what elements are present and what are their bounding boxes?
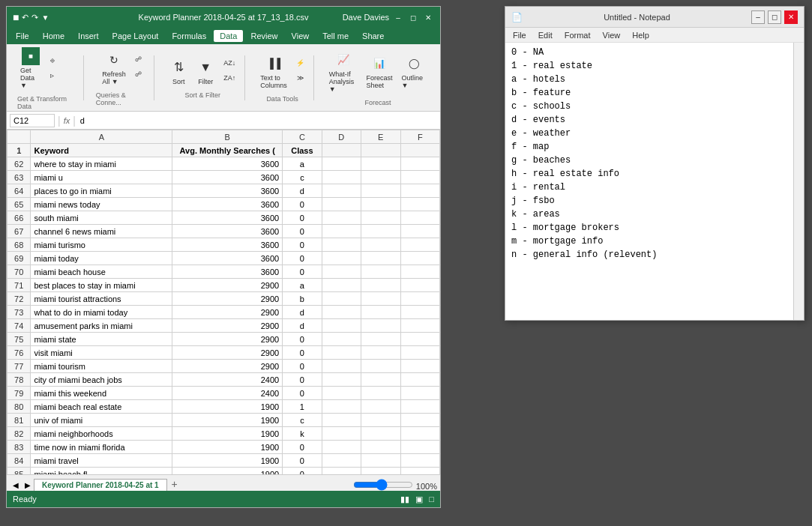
class-cell[interactable]: a bbox=[283, 279, 322, 292]
class-cell[interactable]: a bbox=[283, 157, 322, 171]
searches-cell[interactable]: 2900 bbox=[172, 360, 283, 373]
col-f-cell[interactable] bbox=[400, 184, 439, 198]
from-web-btn[interactable]: ▹ bbox=[47, 69, 77, 82]
keyword-cell[interactable]: miami tourist attractions bbox=[31, 292, 172, 306]
class-cell[interactable]: b bbox=[283, 292, 322, 306]
searches-cell[interactable]: 3600 bbox=[172, 198, 283, 211]
col-f-cell[interactable] bbox=[400, 306, 439, 319]
menu-insert[interactable]: Insert bbox=[72, 30, 105, 42]
class-cell[interactable]: 0 bbox=[283, 198, 322, 211]
col-d-cell[interactable] bbox=[322, 238, 361, 252]
sort-za-btn[interactable]: ZA↑ bbox=[220, 73, 238, 86]
searches-cell[interactable]: 3600 bbox=[172, 211, 283, 225]
class-cell[interactable]: 0 bbox=[283, 468, 322, 475]
col-e-cell[interactable] bbox=[361, 171, 400, 184]
searches-cell[interactable]: 2900 bbox=[172, 346, 283, 360]
notepad-minimize-btn[interactable]: – bbox=[751, 10, 765, 24]
searches-cell[interactable]: Avg. Monthly Searches ( bbox=[172, 144, 283, 157]
class-cell[interactable]: 0 bbox=[283, 387, 322, 400]
maximize-btn[interactable]: ◻ bbox=[407, 11, 419, 23]
col-e-cell[interactable] bbox=[361, 252, 400, 265]
col-f-cell[interactable] bbox=[400, 211, 439, 225]
keyword-cell[interactable]: miami beach fl bbox=[31, 468, 172, 475]
col-d-cell[interactable] bbox=[322, 346, 361, 360]
col-d-cell[interactable] bbox=[322, 400, 361, 414]
col-e-cell[interactable] bbox=[361, 211, 400, 225]
searches-cell[interactable]: 3600 bbox=[172, 252, 283, 265]
filter-btn[interactable]: ▼ Filter bbox=[193, 57, 217, 87]
col-f-cell[interactable] bbox=[400, 238, 439, 252]
col-f-cell[interactable] bbox=[400, 346, 439, 360]
searches-cell[interactable]: 1900 bbox=[172, 414, 283, 427]
keyword-cell[interactable]: visit miami bbox=[31, 346, 172, 360]
col-e-cell[interactable] bbox=[361, 292, 400, 306]
searches-cell[interactable]: 3600 bbox=[172, 184, 283, 198]
col-f-cell[interactable] bbox=[400, 441, 439, 454]
add-sheet-btn[interactable]: + bbox=[167, 477, 182, 491]
normal-view-icon[interactable]: ▮▮ bbox=[400, 495, 409, 504]
searches-cell[interactable]: 3600 bbox=[172, 238, 283, 252]
class-cell[interactable]: 0 bbox=[283, 225, 322, 238]
col-d-cell[interactable] bbox=[322, 171, 361, 184]
minimize-btn[interactable]: – bbox=[392, 11, 404, 23]
col-e-cell[interactable] bbox=[361, 157, 400, 171]
col-f-cell[interactable] bbox=[400, 360, 439, 373]
col-e-cell[interactable] bbox=[361, 225, 400, 238]
col-f-cell[interactable] bbox=[400, 144, 439, 157]
menu-share[interactable]: Share bbox=[356, 30, 390, 42]
col-e-cell[interactable] bbox=[361, 306, 400, 319]
searches-cell[interactable]: 2900 bbox=[172, 279, 283, 292]
col-e-cell[interactable] bbox=[361, 198, 400, 211]
class-cell[interactable]: k bbox=[283, 427, 322, 441]
menu-review[interactable]: Review bbox=[244, 30, 283, 42]
searches-cell[interactable]: 2900 bbox=[172, 319, 283, 333]
col-d-cell[interactable] bbox=[322, 360, 361, 373]
sort-az-btn[interactable]: AZ↓ bbox=[220, 58, 238, 71]
prev-sheet-btn[interactable]: ◀ bbox=[10, 480, 22, 491]
col-d-cell[interactable] bbox=[322, 144, 361, 157]
keyword-cell[interactable]: amusement parks in miami bbox=[31, 319, 172, 333]
keyword-cell[interactable]: miami today bbox=[31, 252, 172, 265]
menu-view[interactable]: View bbox=[286, 30, 316, 42]
keyword-cell[interactable]: where to stay in miami bbox=[31, 157, 172, 171]
col-d-cell[interactable] bbox=[322, 157, 361, 171]
class-cell[interactable]: 0 bbox=[283, 360, 322, 373]
searches-cell[interactable]: 1900 bbox=[172, 468, 283, 475]
col-f-cell[interactable] bbox=[400, 468, 439, 475]
sort-btn[interactable]: ⇅ Sort bbox=[166, 57, 190, 87]
text-to-columns-btn[interactable]: ▐▐ Text toColumns bbox=[257, 53, 290, 91]
keyword-cell[interactable]: places to go in miami bbox=[31, 184, 172, 198]
np-menu-view[interactable]: View bbox=[598, 30, 625, 40]
col-d-cell[interactable] bbox=[322, 225, 361, 238]
col-e-cell[interactable] bbox=[361, 414, 400, 427]
remove-dup-btn[interactable]: ≫ bbox=[293, 73, 307, 86]
col-f-cell[interactable] bbox=[400, 414, 439, 427]
np-menu-file[interactable]: File bbox=[508, 30, 531, 40]
col-d-cell[interactable] bbox=[322, 454, 361, 468]
page-layout-icon[interactable]: ▣ bbox=[415, 495, 423, 504]
searches-cell[interactable]: 3600 bbox=[172, 171, 283, 184]
keyword-cell[interactable]: channel 6 news miami bbox=[31, 225, 172, 238]
col-f-cell[interactable] bbox=[400, 333, 439, 346]
col-e-cell[interactable] bbox=[361, 454, 400, 468]
class-cell[interactable]: 0 bbox=[283, 333, 322, 346]
refresh-all-btn[interactable]: ↻ RefreshAll ▼ bbox=[99, 49, 129, 87]
searches-cell[interactable]: 1900 bbox=[172, 427, 283, 441]
searches-cell[interactable]: 2900 bbox=[172, 292, 283, 306]
col-a-header[interactable]: A bbox=[31, 130, 172, 144]
col-d-cell[interactable] bbox=[322, 427, 361, 441]
redo-btn[interactable]: ↷ bbox=[31, 13, 38, 22]
col-d-cell[interactable] bbox=[322, 319, 361, 333]
page-break-icon[interactable]: □ bbox=[429, 495, 434, 504]
class-cell[interactable]: 0 bbox=[283, 346, 322, 360]
keyword-cell[interactable]: best places to stay in miami bbox=[31, 279, 172, 292]
col-f-cell[interactable] bbox=[400, 225, 439, 238]
class-cell[interactable]: Class bbox=[283, 144, 322, 157]
get-data-btn[interactable]: ■ GetData ▼ bbox=[17, 46, 44, 91]
np-menu-help[interactable]: Help bbox=[628, 30, 654, 40]
searches-cell[interactable]: 2400 bbox=[172, 373, 283, 387]
outline-btn[interactable]: ◯ Outline ▼ bbox=[399, 53, 430, 91]
col-d-cell[interactable] bbox=[322, 441, 361, 454]
keyword-cell[interactable]: miami beach real estate bbox=[31, 400, 172, 414]
col-d-cell[interactable] bbox=[322, 265, 361, 279]
